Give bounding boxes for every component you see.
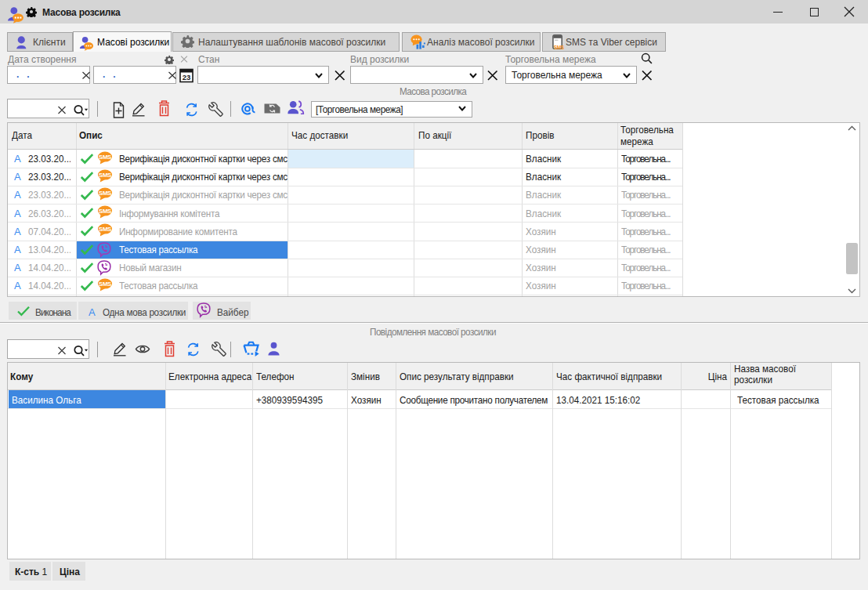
svg-text:23: 23 (183, 73, 191, 81)
svg-text:SMS: SMS (99, 208, 111, 215)
svg-text:SMS: SMS (99, 153, 111, 160)
svg-text:SMS: SMS (99, 226, 111, 233)
svg-text:SMS: SMS (99, 172, 111, 179)
svg-text:SMS: SMS (554, 45, 564, 50)
svg-text:SMS: SMS (99, 281, 111, 288)
svg-text:SMS: SMS (99, 190, 111, 197)
